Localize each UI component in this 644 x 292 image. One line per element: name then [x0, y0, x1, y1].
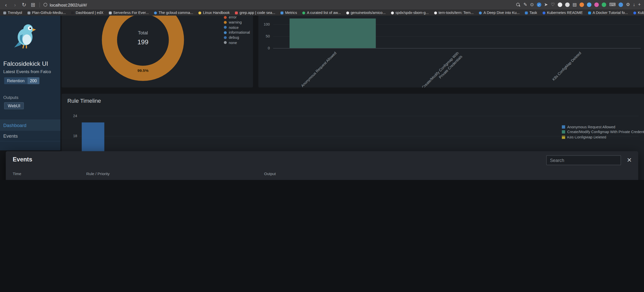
falco-logo — [11, 22, 38, 50]
download-icon[interactable]: ↓ — [633, 3, 635, 7]
new-tab-icon[interactable]: + — [638, 3, 641, 7]
bookmark-favicon — [479, 11, 482, 14]
y-axis-label: 0 — [258, 46, 270, 50]
github-extension-icon[interactable] — [565, 3, 570, 7]
bookmark-item[interactable]: Dashboard | edX — [71, 11, 103, 15]
bookmark-favicon — [199, 11, 201, 14]
sidebar-item-dashboard[interactable]: Dashboard — [0, 120, 60, 131]
events-panel-title: Events — [13, 156, 32, 163]
donut-total-value: 199 — [122, 39, 163, 46]
legend-item[interactable]: Create/Modify Configmap With Private Cre… — [562, 130, 644, 135]
bookmark-item[interactable]: spdx/spdx-sbom-g... — [391, 11, 428, 15]
app-title: Falcosidekick UI — [3, 60, 48, 67]
edit-icon[interactable]: ✎ — [523, 3, 527, 7]
legend-swatch — [224, 26, 227, 29]
back-button[interactable]: ‹ — [3, 2, 9, 7]
search-icon[interactable] — [516, 3, 521, 7]
bookmark-item[interactable]: Kubernetes README — [543, 11, 583, 15]
gridline — [273, 48, 641, 49]
bookmark-label: spdx/spdx-sbom-g... — [395, 11, 429, 15]
legend-label: notice — [229, 25, 239, 29]
legend-item[interactable]: informational — [224, 30, 250, 35]
bookmark-item[interactable]: A Deep Dive into Ku... — [479, 11, 520, 15]
column-header-rule-priority: Rule / Priority — [86, 171, 110, 176]
bookmark-label: genuinetools/amico... — [351, 11, 385, 15]
legend-item[interactable]: K8s ConfigMap Deleted — [562, 135, 644, 140]
chat-extension-icon[interactable] — [558, 3, 562, 7]
gridline — [79, 116, 639, 116]
legend-label: none — [229, 40, 237, 45]
notes-extension-icon[interactable]: ▤ — [572, 3, 577, 7]
bookmark-label: A curated list of aw... — [307, 11, 341, 15]
bookmark-label: Metrics — [285, 11, 297, 15]
forward-button[interactable]: › — [12, 2, 18, 7]
firefox-extension-icon[interactable] — [580, 3, 584, 7]
bookmark-item[interactable]: A curated list of aw... — [302, 11, 341, 15]
bookmark-label: Kubernetes README — [547, 11, 583, 15]
bookmark-favicon — [71, 11, 74, 14]
search-input[interactable] — [546, 155, 621, 165]
bookmark-item[interactable]: Linux Handbook — [199, 11, 230, 15]
heart-icon[interactable]: ♡ — [551, 3, 555, 7]
screenshot-icon[interactable]: ⊙ — [530, 3, 534, 7]
legend-item[interactable]: debug — [224, 35, 250, 40]
send-icon[interactable]: ➤ — [544, 3, 548, 7]
bookmark-favicon — [346, 11, 349, 14]
bookmark-item[interactable]: The gcloud comma... — [154, 11, 193, 15]
sidebar-item-events[interactable]: Events — [0, 131, 60, 141]
outputs-section-label: Outputs — [3, 95, 18, 100]
x-axis-label: Create/Modify Configmap With Private Cre… — [413, 51, 463, 88]
bookmark-favicon — [109, 11, 112, 14]
bookmark-label: tern-tools/tern: Tern... — [439, 11, 474, 15]
legend-label: debug — [229, 35, 239, 39]
bookmark-item[interactable]: Metrics — [281, 11, 297, 15]
sidebar-nav: Dashboard Events — [0, 119, 60, 141]
bookmark-item[interactable]: Task — [525, 11, 537, 15]
bookmark-item[interactable]: A Docker Tutorial fo... — [588, 11, 628, 15]
events-panel: Events ✕ Time Rule / Priority Output 202… — [6, 151, 638, 180]
app-subtitle: Latest Events from Falco — [3, 69, 51, 74]
reload-button[interactable]: ↻ — [21, 2, 27, 7]
address-bar[interactable]: localhost:2802/ui/#/ — [44, 2, 87, 7]
x-axis-label: Anonymous Request Allowed — [291, 51, 338, 88]
bookmark-favicon — [543, 11, 545, 14]
bookmark-label: Plan-Github-Mediu... — [32, 11, 66, 15]
palette-extension-icon[interactable] — [594, 3, 599, 7]
legend-label: Create/Modify Configmap With Private Cre… — [567, 130, 644, 134]
legend-item[interactable]: warning — [224, 20, 250, 25]
bookmark-favicon — [525, 11, 528, 14]
bookmark-favicon — [302, 11, 305, 14]
legend-label: error — [229, 15, 237, 19]
adblock-shield-icon[interactable]: ✓ — [537, 3, 541, 7]
bookmark-item[interactable]: tern-tools/tern: Tern... — [434, 11, 474, 15]
site-icon — [44, 3, 47, 7]
screen: ‹ › ↻ ⊞ localhost:2802/ui/#/ ✎⊙✓➤♡▤⌨⚙↓+ … — [0, 0, 644, 180]
legend-item[interactable]: Anonymous Request Allowed — [562, 124, 644, 130]
y-axis-label: 24 — [65, 114, 77, 118]
legend-swatch — [224, 31, 227, 34]
bookmark-item[interactable]: Kubernetes News — [633, 11, 644, 15]
bookmark-favicon — [3, 11, 6, 14]
bookmark-item[interactable]: grep.app | code sea... — [235, 11, 275, 15]
legend-label: Anonymous Request Allowed — [567, 125, 615, 129]
profile-icon[interactable] — [619, 3, 623, 7]
twitter-extension-icon[interactable] — [587, 3, 592, 7]
settings-gear-icon[interactable]: ⚙ — [626, 3, 630, 7]
bookmark-item[interactable]: genuinetools/amico... — [346, 11, 385, 15]
toolbar-divider — [39, 2, 40, 7]
close-icon[interactable]: ✕ — [627, 157, 632, 164]
tab-overview-button[interactable]: ⊞ — [30, 2, 36, 7]
grammarly-extension-icon[interactable] — [602, 3, 606, 7]
bookmark-label: Trendyol — [8, 11, 22, 15]
output-webui-button[interactable]: WebUI — [4, 102, 24, 109]
legend-item[interactable]: none — [224, 40, 250, 45]
bookmark-item[interactable]: Serverless For Ever... — [109, 11, 149, 15]
bookmark-favicon — [235, 11, 238, 14]
bookmark-item[interactable]: Trendyol — [3, 11, 22, 15]
legend-swatch — [562, 130, 565, 134]
legend-item[interactable]: notice — [224, 25, 250, 30]
donut-percent-label: 99.5% — [131, 68, 155, 73]
legend-swatch — [224, 16, 227, 19]
keyboard-icon[interactable]: ⌨ — [609, 3, 616, 7]
bookmark-item[interactable]: Plan-Github-Mediu... — [27, 11, 66, 15]
